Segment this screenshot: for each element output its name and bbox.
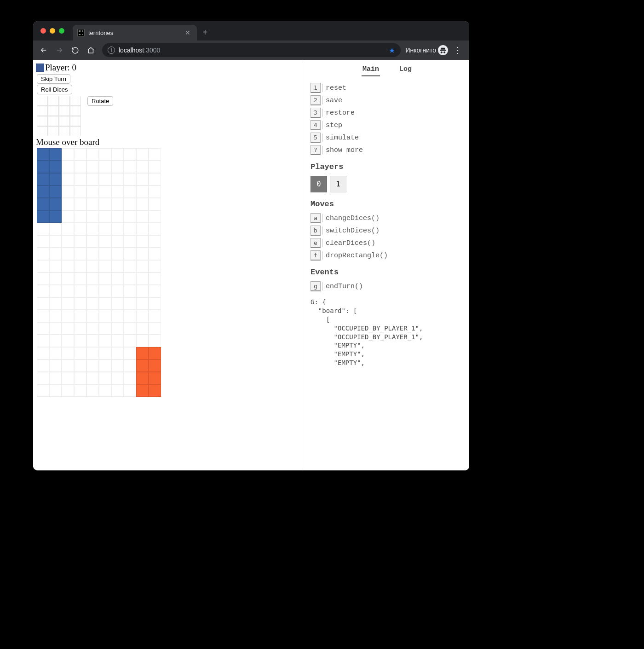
board-cell[interactable] (62, 223, 74, 235)
board-cell[interactable] (149, 272, 161, 285)
back-button[interactable] (37, 43, 51, 57)
board-cell[interactable] (111, 347, 124, 359)
board-cell[interactable] (111, 335, 124, 347)
board-cell[interactable] (49, 260, 62, 272)
board-cell[interactable] (74, 198, 86, 210)
board-cell[interactable] (149, 161, 161, 173)
move-key[interactable]: f (310, 250, 321, 261)
new-tab-button[interactable]: + (197, 27, 213, 38)
command-key[interactable]: ? (310, 145, 321, 155)
close-tab-icon[interactable]: ✕ (183, 29, 192, 36)
board-cell[interactable] (86, 260, 99, 272)
bookmark-star-icon[interactable]: ★ (389, 46, 395, 55)
board-cell[interactable] (74, 297, 86, 310)
board-cell[interactable] (124, 173, 136, 185)
board-cell[interactable] (86, 297, 99, 310)
board-cell[interactable] (149, 260, 161, 272)
board-cell[interactable] (149, 198, 161, 210)
board-cell[interactable] (86, 235, 99, 248)
board-cell[interactable] (99, 359, 111, 372)
player-button-0[interactable]: 0 (310, 176, 327, 192)
board-cell[interactable] (124, 310, 136, 322)
board-cell[interactable] (124, 335, 136, 347)
board-cell[interactable] (49, 223, 62, 235)
board-cell[interactable] (37, 322, 49, 335)
board-cell[interactable] (86, 173, 99, 185)
board-cell[interactable] (74, 347, 86, 359)
board-cell[interactable] (124, 185, 136, 198)
command-key[interactable]: 2 (310, 95, 321, 105)
board-cell[interactable] (149, 235, 161, 248)
board-cell[interactable] (99, 322, 111, 335)
board-cell[interactable] (62, 148, 74, 161)
board-cell[interactable] (111, 161, 124, 173)
board-cell[interactable] (37, 297, 49, 310)
move-key[interactable]: a (310, 213, 321, 223)
board-cell[interactable] (49, 310, 62, 322)
board-cell[interactable] (74, 335, 86, 347)
board-cell[interactable] (111, 223, 124, 235)
board-cell[interactable] (136, 347, 149, 359)
board-cell[interactable] (74, 173, 86, 185)
board-cell[interactable] (136, 359, 149, 372)
board-cell[interactable] (99, 384, 111, 397)
board-cell[interactable] (49, 359, 62, 372)
board-cell[interactable] (74, 210, 86, 223)
board-cell[interactable] (136, 322, 149, 335)
board-cell[interactable] (37, 148, 49, 161)
board-cell[interactable] (149, 223, 161, 235)
home-button[interactable] (84, 43, 98, 57)
board-cell[interactable] (37, 335, 49, 347)
move-key[interactable]: e (310, 238, 321, 248)
board-cell[interactable] (62, 347, 74, 359)
board-cell[interactable] (149, 185, 161, 198)
board-cell[interactable] (149, 347, 161, 359)
board-cell[interactable] (37, 210, 49, 223)
board-cell[interactable] (62, 173, 74, 185)
incognito-icon[interactable] (438, 45, 448, 55)
board-cell[interactable] (99, 198, 111, 210)
board-cell[interactable] (111, 372, 124, 384)
board-cell[interactable] (136, 235, 149, 248)
board-cell[interactable] (49, 347, 62, 359)
command-label[interactable]: save (326, 97, 342, 104)
board-cell[interactable] (111, 173, 124, 185)
board-cell[interactable] (74, 185, 86, 198)
board-cell[interactable] (136, 223, 149, 235)
board-cell[interactable] (49, 210, 62, 223)
board-cell[interactable] (111, 185, 124, 198)
board-cell[interactable] (37, 185, 49, 198)
board-cell[interactable] (37, 223, 49, 235)
board-cell[interactable] (49, 335, 62, 347)
game-board[interactable] (37, 148, 300, 397)
board-cell[interactable] (86, 185, 99, 198)
board-cell[interactable] (37, 248, 49, 260)
board-cell[interactable] (62, 185, 74, 198)
board-cell[interactable] (37, 173, 49, 185)
board-cell[interactable] (111, 384, 124, 397)
board-cell[interactable] (111, 272, 124, 285)
command-label[interactable]: restore (326, 109, 355, 117)
board-cell[interactable] (49, 285, 62, 297)
board-cell[interactable] (62, 335, 74, 347)
board-cell[interactable] (86, 335, 99, 347)
board-cell[interactable] (49, 372, 62, 384)
board-cell[interactable] (99, 372, 111, 384)
board-cell[interactable] (149, 322, 161, 335)
board-cell[interactable] (124, 347, 136, 359)
board-cell[interactable] (49, 248, 62, 260)
board-cell[interactable] (49, 148, 62, 161)
board-cell[interactable] (62, 161, 74, 173)
board-cell[interactable] (86, 223, 99, 235)
board-cell[interactable] (124, 161, 136, 173)
board-cell[interactable] (37, 235, 49, 248)
board-cell[interactable] (149, 384, 161, 397)
board-cell[interactable] (124, 210, 136, 223)
rotate-button[interactable]: Rotate (87, 96, 113, 106)
close-window-button[interactable] (40, 28, 46, 34)
board-cell[interactable] (111, 297, 124, 310)
board-cell[interactable] (62, 359, 74, 372)
board-cell[interactable] (86, 347, 99, 359)
roll-dices-button[interactable]: Roll Dices (37, 85, 72, 94)
board-cell[interactable] (124, 359, 136, 372)
